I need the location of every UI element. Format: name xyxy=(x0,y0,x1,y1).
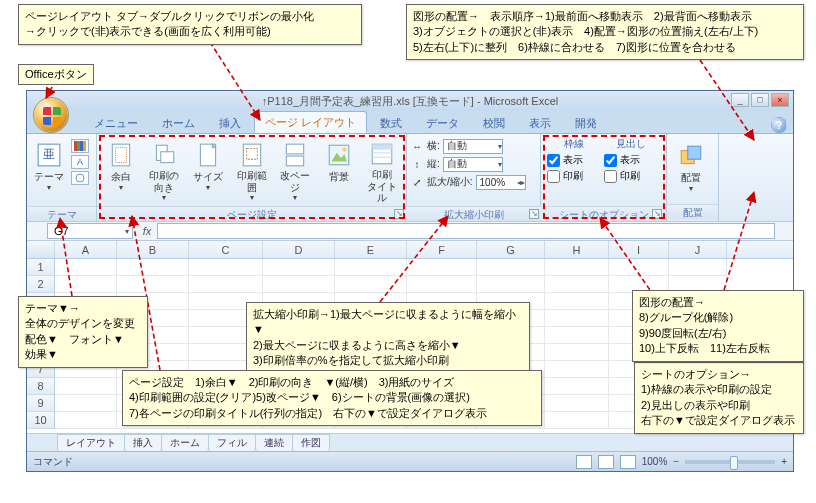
cell[interactable] xyxy=(477,276,545,293)
arrange-button[interactable]: 配置▾ xyxy=(671,138,711,204)
select-all-corner[interactable] xyxy=(27,241,55,258)
view-pagebreak-icon[interactable] xyxy=(620,455,636,469)
themes-button[interactable]: 亜 テーマ ▾ xyxy=(31,137,67,203)
sheet-options-dialog-launcher[interactable]: ↘ xyxy=(652,209,662,219)
cell[interactable] xyxy=(545,395,609,412)
formula-bar[interactable] xyxy=(157,223,775,239)
view-layout-icon[interactable] xyxy=(598,455,614,469)
zoom-percent[interactable]: 100% xyxy=(642,456,668,467)
sheet-tab[interactable]: レイアウト xyxy=(57,434,125,451)
sheet-tab[interactable]: 作図 xyxy=(292,434,330,451)
gridlines-view-checkbox[interactable]: 表示 xyxy=(547,153,601,167)
tab-home[interactable]: ホーム xyxy=(151,112,206,133)
cell[interactable] xyxy=(545,361,609,378)
row-header[interactable]: 9 xyxy=(27,395,55,412)
group-themes: 亜 テーマ ▾ A テーマ xyxy=(27,134,97,221)
column-header[interactable]: D xyxy=(263,241,335,258)
column-header[interactable]: G xyxy=(477,241,545,258)
margins-button[interactable]: 余白▾ xyxy=(101,137,141,203)
view-normal-icon[interactable] xyxy=(576,455,592,469)
orientation-button[interactable]: 印刷の 向き▾ xyxy=(145,137,185,203)
zoom-out-button[interactable]: − xyxy=(673,456,679,467)
cell[interactable] xyxy=(477,259,545,276)
cell[interactable] xyxy=(55,378,117,395)
column-header[interactable]: A xyxy=(55,241,117,258)
cell[interactable] xyxy=(189,259,263,276)
row-header[interactable]: 10 xyxy=(27,412,55,429)
cell[interactable] xyxy=(545,344,609,361)
breaks-button[interactable]: 改ページ▾ xyxy=(275,137,315,203)
width-select[interactable]: 自動▾ xyxy=(443,139,503,154)
row-header[interactable]: 8 xyxy=(27,378,55,395)
cell[interactable] xyxy=(335,259,407,276)
cell[interactable] xyxy=(263,276,335,293)
print-area-button[interactable]: 印刷範囲▾ xyxy=(232,137,272,203)
tab-review[interactable]: 校閲 xyxy=(472,112,516,133)
name-box[interactable]: G7▾ xyxy=(47,223,133,239)
column-header[interactable]: J xyxy=(669,241,727,258)
cell[interactable] xyxy=(407,276,477,293)
sheet-tab[interactable]: ホーム xyxy=(161,434,209,451)
theme-fonts-button[interactable]: A xyxy=(71,155,89,169)
headings-view-checkbox[interactable]: 表示 xyxy=(604,153,658,167)
column-header[interactable]: F xyxy=(407,241,477,258)
tab-developer[interactable]: 開発 xyxy=(564,112,608,133)
sheet-tabs[interactable]: レイアウト挿入ホームフィル連続作図 xyxy=(27,433,793,451)
cell[interactable] xyxy=(335,276,407,293)
tab-data[interactable]: データ xyxy=(415,112,470,133)
minimize-button[interactable]: _ xyxy=(731,93,749,107)
cell[interactable] xyxy=(117,259,189,276)
cell[interactable] xyxy=(545,276,609,293)
fx-button[interactable]: fx xyxy=(137,225,157,237)
column-header[interactable]: C xyxy=(189,241,263,258)
zoom-in-button[interactable]: + xyxy=(781,456,787,467)
cell[interactable] xyxy=(55,412,117,429)
headings-print-checkbox[interactable]: 印刷 xyxy=(604,169,658,183)
theme-effects-button[interactable] xyxy=(71,171,89,185)
column-header[interactable]: I xyxy=(609,241,669,258)
height-select[interactable]: 自動▾ xyxy=(443,157,503,172)
cell[interactable] xyxy=(189,276,263,293)
cell[interactable] xyxy=(545,378,609,395)
scale-dialog-launcher[interactable]: ↘ xyxy=(529,209,539,219)
sheet-tab[interactable]: 挿入 xyxy=(124,434,162,451)
cell[interactable] xyxy=(55,395,117,412)
cell[interactable] xyxy=(609,259,669,276)
background-button[interactable]: 背景 xyxy=(319,137,359,203)
cell[interactable] xyxy=(545,259,609,276)
gridlines-print-checkbox[interactable]: 印刷 xyxy=(547,169,601,183)
cell[interactable] xyxy=(263,259,335,276)
cell[interactable] xyxy=(545,310,609,327)
sheet-tab[interactable]: フィル xyxy=(208,434,256,451)
cell[interactable] xyxy=(55,276,117,293)
office-button[interactable] xyxy=(33,97,69,133)
cell[interactable] xyxy=(55,259,117,276)
tab-insert[interactable]: 挿入 xyxy=(208,112,252,133)
help-button[interactable]: ? xyxy=(771,117,787,133)
tab-view[interactable]: 表示 xyxy=(518,112,562,133)
sheet-tab[interactable]: 連続 xyxy=(255,434,293,451)
column-header[interactable]: B xyxy=(117,241,189,258)
cell[interactable] xyxy=(545,327,609,344)
column-header[interactable]: E xyxy=(335,241,407,258)
page-setup-dialog-launcher[interactable]: ↘ xyxy=(394,209,404,219)
scale-spinner[interactable]: 100%◂▸ xyxy=(476,175,526,190)
cell[interactable] xyxy=(117,276,189,293)
tab-page-layout[interactable]: ページ レイアウト xyxy=(254,111,367,133)
cell[interactable] xyxy=(545,293,609,310)
cell[interactable] xyxy=(407,259,477,276)
column-headers[interactable]: ABCDEFGHIJ xyxy=(27,241,793,259)
row-header[interactable]: 2 xyxy=(27,276,55,293)
maximize-button[interactable]: □ xyxy=(751,93,769,107)
row-header[interactable]: 1 xyxy=(27,259,55,276)
theme-colors-button[interactable] xyxy=(71,139,89,153)
column-header[interactable]: H xyxy=(545,241,609,258)
tab-menu[interactable]: メニュー xyxy=(83,112,149,133)
cell[interactable] xyxy=(669,259,727,276)
size-button[interactable]: サイズ▾ xyxy=(188,137,228,203)
zoom-slider[interactable] xyxy=(685,460,775,464)
print-titles-button[interactable]: 印刷 タイトル xyxy=(362,137,402,203)
close-button[interactable]: × xyxy=(771,93,789,107)
cell[interactable] xyxy=(545,412,609,429)
tab-formulas[interactable]: 数式 xyxy=(369,112,413,133)
